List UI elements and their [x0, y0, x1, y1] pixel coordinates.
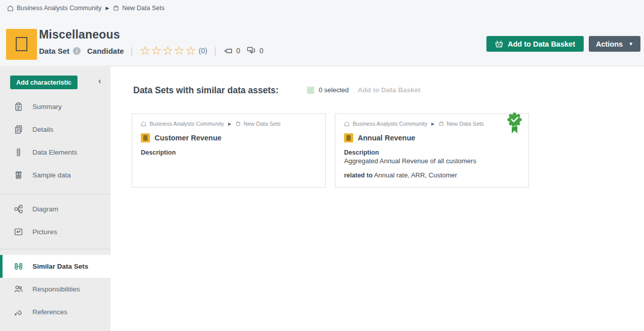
model-box-icon	[236, 121, 241, 126]
basket-icon	[495, 40, 503, 48]
comments-counter[interactable]: 0	[247, 47, 263, 55]
type-label: Data Set	[39, 47, 69, 55]
sidebar-item-details[interactable]: Details	[0, 118, 110, 141]
similar-data-sets-heading: Data Sets with similar data assets:	[133, 85, 279, 96]
people-icon	[14, 285, 23, 293]
add-to-basket-disabled-button[interactable]: Add to Data Basket	[358, 86, 421, 94]
sidebar-item-label: Details	[32, 126, 53, 133]
breadcrumb: Business Analysts Community ▶ New Data S…	[7, 5, 165, 12]
info-icon[interactable]: i	[73, 47, 81, 55]
selection-swatch	[307, 87, 314, 94]
description-label: Description	[344, 149, 520, 156]
sidebar-item-label: Similar Data Sets	[32, 263, 88, 270]
star-icon[interactable]: ☆	[139, 45, 150, 57]
rating-count: (0)	[199, 47, 207, 54]
related-to-label: related to	[344, 172, 372, 179]
related-to-values: Annual rate, ARR, Customer	[372, 171, 457, 179]
sidebar-item-sample-data[interactable]: Sample data	[0, 164, 110, 187]
clipboard-icon	[14, 102, 23, 111]
dataset-glyph	[16, 37, 27, 51]
card-title[interactable]: Annual Revenue	[358, 134, 415, 142]
tag-count: 0	[236, 47, 240, 55]
divider: |	[214, 45, 216, 56]
sidebar-item-label: Sample data	[32, 171, 71, 179]
related-to-row: related to Annual rate, ARR, Customer	[344, 171, 520, 179]
description-label: Description	[141, 149, 317, 156]
actions-button[interactable]: Actions ▼	[589, 36, 640, 52]
sidebar: Add characteristic ‹ Summary Details Dat…	[0, 67, 110, 331]
sidebar-collapse-icon[interactable]: ‹	[96, 74, 103, 88]
community-icon	[7, 5, 14, 12]
breadcrumb-separator-icon: ▶	[431, 122, 434, 126]
star-rating[interactable]: ☆ ☆ ☆ ☆ ☆ (0)	[139, 45, 207, 57]
star-icon[interactable]: ☆	[174, 45, 185, 57]
dataset-table-icon	[344, 133, 353, 142]
status-badge: Candidate	[87, 47, 124, 55]
selected-count: 0 selected	[319, 86, 349, 94]
sidebar-divider	[0, 249, 110, 249]
star-icon[interactable]: ☆	[185, 45, 197, 57]
community-icon	[141, 121, 146, 127]
tag-icon	[223, 47, 233, 55]
sidebar-item-similar-data-sets[interactable]: Similar Data Sets	[0, 255, 110, 278]
breadcrumb-model[interactable]: New Data Sets	[122, 5, 164, 12]
header-band: Business Analysts Community ▶ New Data S…	[0, 0, 644, 66]
dataset-table-icon	[141, 133, 150, 142]
card-breadcrumb: Business Analysts Community ▶ New Data S…	[344, 121, 520, 127]
card-title-row: Annual Revenue	[344, 133, 520, 142]
sidebar-item-summary[interactable]: Summary	[0, 95, 110, 118]
card-title[interactable]: Customer Revenue	[155, 134, 221, 142]
sidebar-item-pictures[interactable]: Pictures	[0, 220, 110, 243]
selection-status: 0 selected	[307, 86, 349, 94]
page-title: Miscellaneous	[39, 28, 120, 42]
card-breadcrumb-community[interactable]: Business Analysts Community	[149, 121, 224, 127]
card-breadcrumb: Business Analysts Community ▶ New Data S…	[141, 121, 317, 127]
sidebar-item-label: Responsibilities	[32, 285, 80, 293]
add-characteristic-button[interactable]: Add characteristic	[10, 76, 78, 89]
sidebar-item-label: References	[32, 308, 67, 316]
sidebar-item-data-elements[interactable]: Data Elements	[0, 141, 110, 164]
dataset-type-icon	[6, 29, 37, 60]
add-to-data-basket-label: Add to Data Basket	[508, 40, 575, 48]
comments-icon	[247, 47, 256, 55]
sample-tubes-icon	[14, 171, 23, 179]
card-breadcrumb-community[interactable]: Business Analysts Community	[353, 121, 427, 127]
sidebar-item-diagram[interactable]: Diagram	[0, 198, 110, 220]
description-text: Aggregated Annual Revenue of all custome…	[344, 157, 520, 165]
sidebar-divider	[0, 194, 110, 195]
pages-icon	[14, 125, 23, 134]
dataspot-dataset-page: Business Analysts Community ▶ New Data S…	[0, 0, 644, 331]
breadcrumb-separator-icon: ▶	[105, 6, 109, 11]
column-icon	[14, 148, 23, 157]
add-to-data-basket-button[interactable]: Add to Data Basket	[486, 36, 584, 52]
picture-icon	[14, 228, 23, 236]
similar-dataset-card[interactable]: Business Analysts Community ▶ New Data S…	[335, 114, 529, 188]
similar-dataset-card[interactable]: Business Analysts Community ▶ New Data S…	[132, 114, 326, 188]
comment-count: 0	[259, 47, 263, 55]
breadcrumb-community[interactable]: Business Analysts Community	[17, 5, 101, 12]
sidebar-item-label: Pictures	[32, 228, 57, 236]
sidebar-item-label: Data Elements	[32, 149, 78, 156]
model-box-icon	[113, 5, 119, 11]
sidebar-item-label: Summary	[32, 103, 62, 111]
sidebar-item-responsibilities[interactable]: Responsibilities	[0, 278, 110, 301]
card-breadcrumb-model[interactable]: New Data Sets	[244, 121, 281, 127]
community-icon	[344, 121, 350, 127]
sidebar-item-references[interactable]: References	[0, 301, 110, 323]
star-icon[interactable]: ☆	[163, 45, 174, 57]
approved-rosette-icon	[507, 113, 522, 134]
chevron-down-icon: ▼	[628, 41, 633, 47]
card-title-row: Customer Revenue	[141, 133, 317, 142]
diagram-nodes-icon	[14, 205, 23, 213]
divider: |	[131, 45, 133, 56]
tags-counter[interactable]: 0	[223, 47, 240, 55]
card-breadcrumb-model[interactable]: New Data Sets	[447, 121, 484, 127]
star-icon[interactable]: ☆	[151, 45, 162, 57]
breadcrumb-separator-icon: ▶	[228, 122, 231, 126]
sidebar-item-label: Diagram	[32, 205, 58, 213]
model-box-icon	[439, 121, 444, 126]
link-icon	[14, 308, 23, 316]
header-meta-row: Data Set i Candidate | ☆ ☆ ☆ ☆ ☆ (0) | 0…	[39, 44, 263, 58]
linked-columns-icon	[14, 262, 23, 271]
actions-label: Actions	[596, 40, 623, 48]
